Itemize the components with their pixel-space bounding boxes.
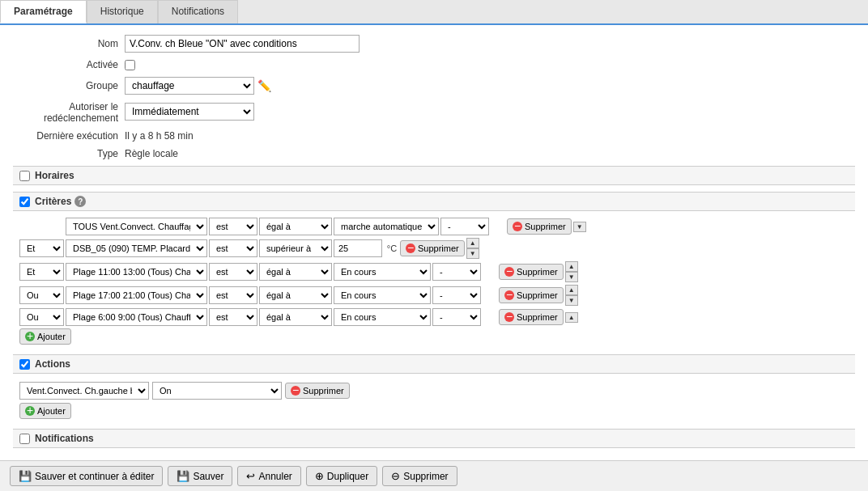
activated-checkbox[interactable] — [125, 60, 135, 70]
type-value: Règle locale — [125, 148, 178, 159]
name-label: Nom — [13, 38, 118, 49]
criteria-delete-2[interactable]: − Supprimer — [499, 264, 564, 280]
criteria-device-0[interactable]: TOUS Vent.Convect. Chauffage — [66, 218, 207, 235]
action-device-select[interactable]: Vent.Convect. Ch.gauche bleue — [19, 382, 149, 400]
tab-parametrage[interactable]: Paramétrage — [0, 0, 87, 23]
save-continue-button[interactable]: 💾 Sauver et continuer à éditer — [10, 466, 163, 486]
criteres-label: Critères — [35, 196, 71, 207]
criteria-container: TOUS Vent.Convect. Chauffage est égal à … — [13, 216, 855, 348]
connector-select-4[interactable]: Ou — [19, 308, 64, 326]
group-select[interactable]: chauffage — [125, 77, 254, 95]
criteria-comparator-1[interactable]: supérieur à — [259, 239, 332, 257]
derniere-label: Dernière exécution — [13, 130, 118, 142]
action-delete-0[interactable]: − Supprimer — [285, 383, 350, 399]
tab-bar: Paramétrage Historique Notifications — [0, 0, 868, 25]
connector-select-1[interactable]: Et — [19, 239, 64, 257]
edit-group-icon[interactable]: ✏️ — [257, 79, 271, 92]
duplicate-button[interactable]: ⊕ Dupliquer — [306, 466, 377, 486]
add-action-button[interactable]: + Ajouter — [19, 403, 71, 419]
criteria-delete-4[interactable]: − Supprimer — [499, 309, 564, 325]
connector-select-2[interactable]: Et — [19, 263, 64, 281]
criteria-device-3[interactable]: Plage 17:00 21:00 (Tous) Chauffag — [66, 286, 207, 304]
up-btn-1[interactable]: ▲ — [466, 238, 479, 248]
autoriser-select[interactable]: Immédiatement — [125, 103, 254, 121]
actions-section-header: Actions — [13, 354, 855, 374]
order-btns-4: ▲ — [565, 312, 578, 323]
criteria-dash-4[interactable]: - — [432, 308, 481, 326]
autoriser-label: Autoriser le — [13, 101, 118, 112]
criteria-dash-0[interactable]: - — [440, 218, 489, 235]
action-value-select[interactable]: On — [152, 382, 282, 400]
criteria-row-2: Et Plage 11:00 13:00 (Tous) Chauffac est… — [19, 261, 855, 282]
criteria-device-2[interactable]: Plage 11:00 13:00 (Tous) Chauffac — [66, 263, 207, 281]
down-btn-1[interactable]: ▼ — [466, 248, 479, 259]
criteria-value-0[interactable]: marche automatique — [334, 218, 439, 235]
minus-icon-4: − — [504, 312, 514, 322]
order-btns-2: ▲ ▼ — [565, 261, 578, 282]
connector-select-3[interactable]: Ou — [19, 286, 64, 304]
form-row-type: Type Règle locale — [13, 148, 855, 159]
delete-button[interactable]: ⊖ Supprimer — [382, 466, 457, 486]
order-btns-1: ▲ ▼ — [466, 238, 479, 259]
redecouplage-label: redéclenchement — [13, 112, 118, 124]
criteria-verb-2[interactable]: est — [209, 263, 257, 281]
minus-icon-2: − — [504, 267, 514, 277]
criteria-verb-0[interactable]: est — [209, 218, 257, 235]
horaires-checkbox[interactable] — [19, 171, 30, 181]
name-input[interactable] — [125, 35, 360, 53]
criteria-value-4[interactable]: En cours — [334, 308, 431, 326]
cancel-button[interactable]: ↩ Annuler — [237, 466, 300, 486]
horaires-section-header: Horaires — [13, 166, 855, 185]
down-btn-0[interactable]: ▼ — [573, 222, 586, 232]
form-row-derniere: Dernière exécution Il y a 8 h 58 min — [13, 130, 855, 142]
criteria-comparator-4[interactable]: égal à — [259, 308, 332, 326]
up-btn-2[interactable]: ▲ — [565, 261, 578, 272]
criteria-row-1: Et DSB_05 (090) TEMP. Placard couloi est… — [19, 238, 855, 259]
tab-historique[interactable]: Historique — [87, 0, 158, 23]
actions-checkbox[interactable] — [19, 359, 30, 370]
actions-row-0: Vent.Convect. Ch.gauche bleue On − Suppr… — [19, 382, 855, 400]
criteria-device-1[interactable]: DSB_05 (090) TEMP. Placard couloi — [66, 239, 207, 257]
tab-notifications[interactable]: Notifications — [158, 0, 238, 23]
criteria-comparator-2[interactable]: égal à — [259, 263, 332, 281]
notifications-checkbox[interactable] — [19, 434, 30, 444]
criteria-verb-1[interactable]: est — [209, 239, 257, 257]
criteria-row-4: Ou Plage 6:00 9:00 (Tous) Chauffage est … — [19, 308, 855, 326]
criteria-verb-4[interactable]: est — [209, 308, 257, 326]
criteria-device-4[interactable]: Plage 6:00 9:00 (Tous) Chauffage — [66, 308, 207, 326]
notifications-label: Notifications — [35, 433, 94, 444]
delete-icon: ⊖ — [391, 470, 400, 482]
order-btns-0: ▼ — [573, 222, 586, 232]
criteria-verb-3[interactable]: est — [209, 286, 257, 304]
help-icon-criteres[interactable]: ? — [74, 196, 86, 207]
criteria-value-1[interactable] — [334, 239, 382, 257]
plus-icon-action: + — [25, 406, 35, 416]
criteres-checkbox[interactable] — [19, 197, 30, 207]
criteria-delete-1[interactable]: − Supprimer — [400, 240, 465, 256]
criteria-value-3[interactable]: En cours — [334, 286, 431, 304]
criteria-dash-3[interactable]: - — [432, 286, 481, 304]
up-btn-3[interactable]: ▲ — [565, 285, 578, 295]
criteria-comparator-0[interactable]: égal à — [259, 218, 332, 235]
down-btn-2[interactable]: ▼ — [565, 272, 578, 282]
criteria-delete-0[interactable]: − Supprimer — [507, 218, 572, 235]
up-btn-4[interactable]: ▲ — [565, 312, 578, 323]
criteria-comparator-3[interactable]: égal à — [259, 286, 332, 304]
group-label: Groupe — [13, 80, 118, 91]
duplicate-icon: ⊕ — [315, 470, 324, 482]
form-row-group: Groupe chauffage ✏️ — [13, 77, 855, 95]
save-button[interactable]: 💾 Sauver — [168, 466, 232, 486]
criteria-value-2[interactable]: En cours — [334, 263, 431, 281]
save-icon: 💾 — [177, 470, 189, 482]
save-continue-icon: 💾 — [19, 470, 32, 482]
actions-container: Vent.Convect. Ch.gauche bleue On − Suppr… — [13, 379, 855, 422]
minus-icon-3: − — [504, 290, 514, 300]
minus-icon-0: − — [513, 222, 522, 231]
down-btn-3[interactable]: ▼ — [565, 295, 578, 306]
form-row-activated: Activée — [13, 59, 855, 70]
add-criteria-button[interactable]: + Ajouter — [19, 328, 71, 345]
criteria-delete-3[interactable]: − Supprimer — [499, 287, 564, 303]
order-btns-3: ▲ ▼ — [565, 285, 578, 306]
criteria-dash-2[interactable]: - — [432, 263, 481, 281]
bottom-bar: 💾 Sauver et continuer à éditer 💾 Sauver … — [0, 460, 868, 491]
